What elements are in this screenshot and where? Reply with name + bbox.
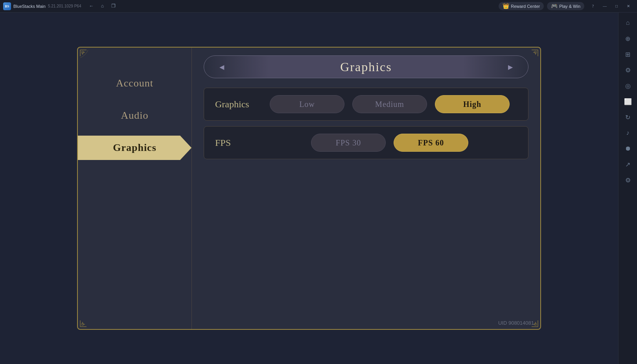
bluestacks-logo: BS <box>3 2 11 10</box>
titlebar-right: 👑 Reward Center 🎮 Play & Win ? — □ ✕ <box>499 2 637 10</box>
nav-item-graphics[interactable]: Graphics <box>78 136 191 160</box>
title-arrow-right-icon[interactable]: ▶ <box>508 63 513 71</box>
uid-label: UID 908014081 <box>498 320 534 326</box>
nav-item-account[interactable]: Account <box>78 71 191 96</box>
reward-icon: 👑 <box>503 3 509 9</box>
close-button[interactable]: ✕ <box>623 2 634 10</box>
back-button[interactable]: ← <box>87 2 96 11</box>
sidebar-macro-icon[interactable]: ⏺ <box>621 142 635 156</box>
sidebar-settings-icon[interactable]: ⚙ <box>621 63 635 77</box>
sidebar-volume-icon[interactable]: ♪ <box>621 126 635 140</box>
help-button[interactable]: ? <box>587 2 598 10</box>
home-button[interactable]: ⌂ <box>98 2 107 11</box>
content-area: ◀ Graphics ▶ Graphics Low Medium High FP… <box>192 48 540 329</box>
graphics-low-button[interactable]: Low <box>270 95 344 113</box>
sidebar-share-icon[interactable]: ↗ <box>621 157 635 171</box>
app-version: 5.21.201.1029 P64 <box>48 4 81 8</box>
graphics-high-button[interactable]: High <box>435 95 510 113</box>
fps-options: FPS 30 FPS 60 <box>262 134 517 152</box>
play-win-icon: 🎮 <box>551 3 558 9</box>
page-title-bar: ◀ Graphics ▶ <box>204 55 528 78</box>
reward-center-button[interactable]: 👑 Reward Center <box>499 2 544 10</box>
graphics-quality-label: Graphics <box>215 99 262 110</box>
duplicate-button[interactable]: ❐ <box>109 2 118 11</box>
fps-label: FPS <box>215 138 262 148</box>
titlebar: BS BlueStacks Main 5.21.201.1029 P64 ← ⌂… <box>0 0 637 13</box>
graphics-quality-row: Graphics Low Medium High <box>204 88 528 121</box>
sidebar-location-icon[interactable]: ◎ <box>621 79 635 93</box>
maximize-button[interactable]: □ <box>611 2 622 10</box>
page-title: Graphics <box>340 60 392 74</box>
nav-item-audio[interactable]: Audio <box>78 103 191 128</box>
sidebar-apps-icon[interactable]: ⊞ <box>621 47 635 61</box>
graphics-quality-options: Low Medium High <box>262 95 517 113</box>
right-sidebar: ⌂ ⊕ ⊞ ⚙ ◎ ⬜ ↻ ♪ ⏺ ↗ ⚙ <box>618 13 637 364</box>
minimize-button[interactable]: — <box>599 2 610 10</box>
title-arrow-left-icon[interactable]: ◀ <box>219 63 224 71</box>
titlebar-left: BS BlueStacks Main 5.21.201.1029 P64 ← ⌂… <box>0 2 118 11</box>
reward-center-label: Reward Center <box>511 4 540 9</box>
graphics-medium-button[interactable]: Medium <box>352 95 427 113</box>
sidebar-search-icon[interactable]: ⊕ <box>621 31 635 46</box>
window-controls: ? — □ ✕ <box>587 2 634 10</box>
fps-row: FPS FPS 30 FPS 60 <box>204 126 528 159</box>
sidebar-home-icon[interactable]: ⌂ <box>621 16 635 30</box>
play-win-button[interactable]: 🎮 Play & Win <box>547 2 584 10</box>
settings-panel: Account Audio Graphics ◀ Graphics ▶ Grap… <box>77 47 541 330</box>
sidebar-gear2-icon[interactable]: ⚙ <box>621 173 635 187</box>
app-name: BlueStacks Main <box>13 4 46 9</box>
sidebar-camera-icon[interactable]: ⬜ <box>621 94 635 108</box>
play-win-label: Play & Win <box>559 4 580 9</box>
titlebar-nav: ← ⌂ ❐ <box>87 2 118 11</box>
left-nav: Account Audio Graphics <box>78 48 192 329</box>
fps-60-button[interactable]: FPS 60 <box>394 134 468 152</box>
sidebar-rotate-icon[interactable]: ↻ <box>621 110 635 124</box>
fps-30-button[interactable]: FPS 30 <box>311 134 386 152</box>
main-area: Account Audio Graphics ◀ Graphics ▶ Grap… <box>0 13 618 364</box>
